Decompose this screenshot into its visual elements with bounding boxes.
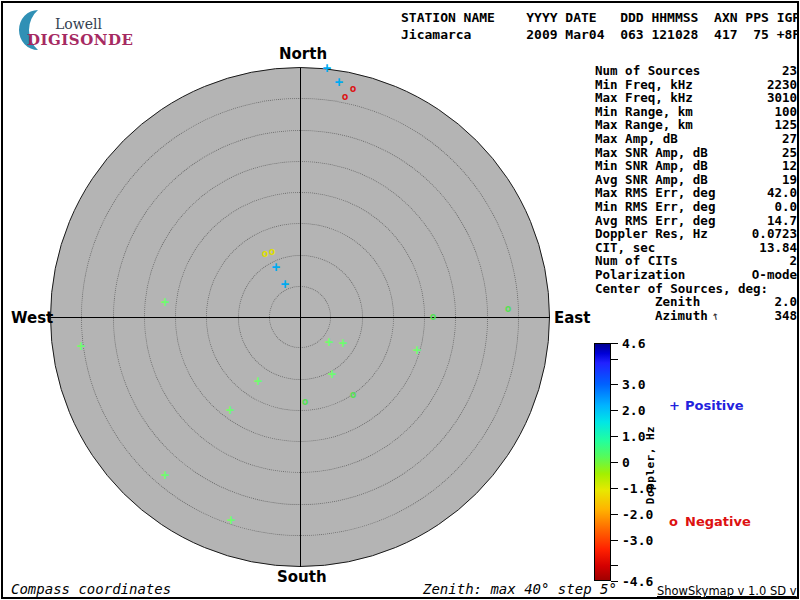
colorbar-tick — [611, 514, 618, 515]
stat-label: Center of Sources, deg: — [595, 282, 768, 296]
stat-label: Num of Sources — [595, 64, 700, 78]
source-point-positive: + — [323, 61, 331, 75]
stat-row: Azimuth↑348 — [595, 309, 797, 323]
source-point-positive: + — [335, 75, 343, 89]
source-point-negative: o — [350, 389, 357, 400]
stat-label: CIT, sec — [595, 241, 655, 255]
stat-row: Min Freq, kHz2230 — [595, 78, 797, 92]
source-point-positive: + — [161, 468, 169, 482]
colorbar-tick-label: 4.6 — [622, 336, 645, 351]
stat-label: Avg SNR Amp, dB — [595, 173, 708, 187]
stat-row: Max Amp, dB27 — [595, 132, 797, 146]
colorbar-tick-label: 1.0 — [622, 429, 645, 444]
stat-value: 3010 — [767, 91, 797, 105]
colorbar-tick-label: -4.6 — [622, 574, 653, 589]
stat-label: Max Freq, kHz — [595, 91, 693, 105]
legend-negative-label: Negative — [685, 514, 751, 529]
colorbar-tick — [611, 359, 618, 360]
colorbar-tick — [611, 384, 618, 385]
compass-label-north: North — [279, 45, 327, 63]
legend-positive-label: Positive — [685, 398, 744, 413]
stat-row: Avg SNR Amp, dB19 — [595, 173, 797, 187]
stats-panel: Num of Sources23Min Freq, kHz2230Max Fre… — [595, 64, 797, 322]
colorbar-tick-label: -2.0 — [622, 506, 653, 521]
footer-version-text: ShowSkymap v 1.0 SD v 4.2 — [657, 584, 797, 599]
stat-row: Num of CITs2 — [595, 254, 797, 268]
stat-row: Zenith2.0 — [595, 295, 797, 309]
north-south-axis — [300, 68, 301, 567]
azimuth-arrow-icon: ↑ — [710, 310, 720, 325]
source-point-positive: + — [272, 260, 280, 274]
colorbar-tick — [611, 436, 618, 437]
compass-label-south: South — [277, 568, 327, 586]
source-point-negative: o — [350, 83, 357, 94]
colorbar-tick — [611, 565, 618, 566]
colorbar-tick-label: -3.0 — [622, 532, 653, 547]
stat-label: Polarization — [595, 268, 685, 282]
source-point-positive: + — [77, 339, 85, 353]
stat-row: Max Freq, kHz3010 — [595, 91, 797, 105]
colorbar-title: Doppler, Hz — [644, 426, 657, 504]
source-point-positive: + — [325, 335, 333, 349]
source-point-negative: o — [302, 396, 309, 407]
stat-row: Center of Sources, deg: — [595, 282, 797, 296]
legend-negative: oNegative — [669, 514, 751, 529]
source-point-positive: + — [226, 403, 234, 417]
stat-label: Min RMS Err, deg — [595, 200, 715, 214]
stat-value: 2.0 — [774, 295, 797, 309]
footer-coordinates-note: Compass coordinates — [11, 581, 171, 597]
source-point-positive: + — [413, 343, 421, 357]
stat-row: Max SNR Amp, dB25 — [595, 146, 797, 160]
stat-label: Max SNR Amp, dB — [595, 146, 708, 160]
header-columns-row: STATION NAME YYYY DATE DDD HHMMSS AXN PP… — [401, 10, 799, 25]
colorbar-tick — [611, 343, 618, 344]
source-point-negative: o — [505, 303, 512, 314]
stat-value: 23 — [782, 64, 797, 78]
compass-label-east: East — [554, 309, 590, 327]
stat-value: 42.0 — [767, 186, 797, 200]
doppler-colorbar — [594, 343, 611, 581]
compass-label-west: West — [11, 309, 53, 327]
logo-lowell-text: Lowell — [55, 16, 102, 32]
stat-value: 0.0 — [774, 200, 797, 214]
stat-value: 2 — [789, 254, 797, 268]
stat-row: Avg RMS Err, deg14.7 — [595, 214, 797, 228]
stat-row: Min SNR Amp, dB12 — [595, 159, 797, 173]
source-point-positive: + — [328, 367, 336, 381]
circle-marker-icon: o — [669, 514, 685, 529]
stat-label: Avg RMS Err, deg — [595, 214, 715, 228]
stat-value: 27 — [782, 132, 797, 146]
stat-label: Max Amp, dB — [595, 132, 678, 146]
colorbar-tick-label: 0 — [622, 455, 630, 470]
source-point-positive: + — [161, 295, 169, 309]
stat-row: PolarizationO-mode — [595, 268, 797, 282]
stat-value: 125 — [774, 118, 797, 132]
colorbar-tick — [611, 462, 618, 463]
stat-value: 100 — [774, 105, 797, 119]
stat-value: 25 — [782, 146, 797, 160]
stat-row: Doppler Res, Hz0.0723 — [595, 227, 797, 241]
source-point-negative: o — [342, 91, 349, 102]
source-point-positive: + — [254, 374, 262, 388]
plus-marker-icon: + — [669, 398, 685, 413]
stat-value: 19 — [782, 173, 797, 187]
colorbar-tick-label: 3.0 — [622, 377, 645, 392]
stat-row: Min RMS Err, deg0.0 — [595, 200, 797, 214]
stat-value: 12 — [782, 159, 797, 173]
header-values-row: Jicamarca 2009 Mar04 063 121028 417 75 +… — [401, 27, 799, 42]
stat-row: Max Range, km125 — [595, 118, 797, 132]
stat-value: 2230 — [767, 78, 797, 92]
source-point-positive: + — [339, 336, 347, 350]
stat-label: Max RMS Err, deg — [595, 186, 715, 200]
stat-label: Azimuth↑ — [655, 309, 719, 323]
stat-value: O-mode — [752, 268, 797, 282]
stat-value: 14.7 — [767, 214, 797, 228]
footer-zenith-note: Zenith: max 40° step 5° — [423, 581, 617, 597]
source-point-negative: o — [262, 248, 269, 259]
stat-value: 13.84 — [759, 241, 797, 255]
logo-digisonde-text: DIGISONDE — [27, 31, 133, 49]
legend-positive: +Positive — [669, 398, 744, 413]
source-point-negative: o — [269, 246, 276, 257]
stat-label: Min Freq, kHz — [595, 78, 693, 92]
source-point-positive: + — [281, 277, 289, 291]
